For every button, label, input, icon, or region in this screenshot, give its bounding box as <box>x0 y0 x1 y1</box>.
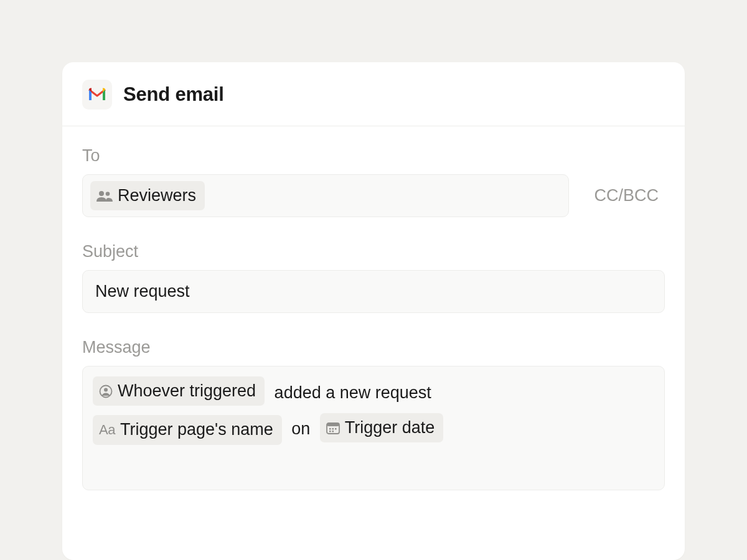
card-body: To Reviewers CC/BCC <box>62 126 685 490</box>
people-icon <box>96 190 113 202</box>
token-trigger-date[interactable]: Trigger date <box>320 413 444 442</box>
subject-input[interactable] <box>82 270 665 313</box>
svg-rect-10 <box>332 431 334 432</box>
gmail-icon <box>82 80 112 110</box>
svg-rect-9 <box>329 431 331 432</box>
text-aa-icon: Aa <box>99 421 115 439</box>
person-circle-icon <box>99 385 113 398</box>
send-email-card: Send email To Reviewers <box>62 62 685 560</box>
recipient-chip-reviewers[interactable]: Reviewers <box>90 181 205 210</box>
subject-label: Subject <box>82 242 665 261</box>
message-input[interactable]: Whoever triggered added a new request Aa… <box>82 366 665 490</box>
svg-rect-8 <box>335 428 337 430</box>
card-title: Send email <box>123 83 224 106</box>
token-label: Whoever triggered <box>118 380 256 402</box>
card-header: Send email <box>62 62 685 126</box>
message-text: on <box>283 419 319 438</box>
svg-rect-6 <box>329 428 331 430</box>
to-row: Reviewers CC/BCC <box>82 174 665 217</box>
to-label: To <box>82 146 665 166</box>
svg-point-1 <box>106 192 110 196</box>
svg-point-0 <box>99 191 104 196</box>
token-trigger-page-name[interactable]: Aa Trigger page's name <box>93 415 282 444</box>
recipient-chip-label: Reviewers <box>118 185 196 207</box>
subject-section: Subject <box>82 242 665 313</box>
calendar-icon <box>326 422 340 434</box>
to-input[interactable]: Reviewers <box>82 174 569 217</box>
message-label: Message <box>82 338 665 357</box>
message-text: added a new request <box>266 383 435 402</box>
svg-rect-7 <box>332 428 334 430</box>
message-section: Message Whoever triggered added a new re… <box>82 338 665 490</box>
cc-bcc-button[interactable]: CC/BCC <box>594 186 665 205</box>
token-label: Trigger page's name <box>120 419 273 441</box>
token-whoever-triggered[interactable]: Whoever triggered <box>93 376 265 406</box>
svg-rect-5 <box>327 423 339 426</box>
svg-point-3 <box>104 388 108 391</box>
token-label: Trigger date <box>345 417 435 439</box>
